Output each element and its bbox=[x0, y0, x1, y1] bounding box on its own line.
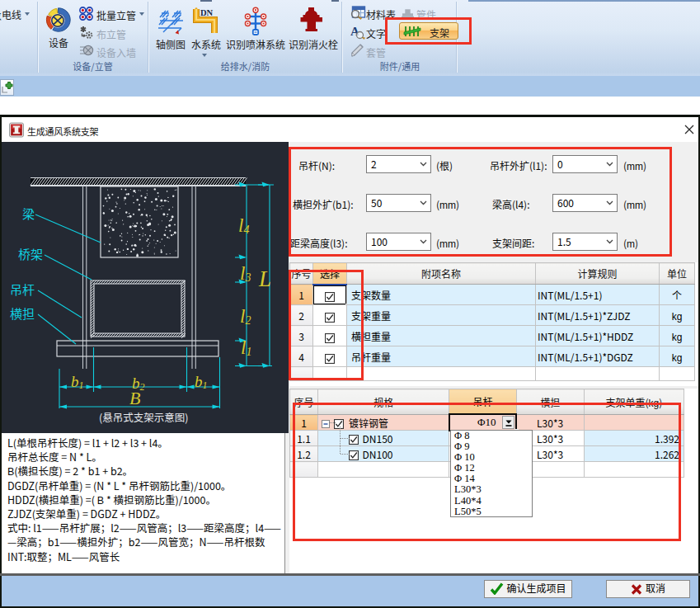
svg-text:l2: l2 bbox=[240, 306, 251, 327]
svg-text:B: B bbox=[129, 388, 140, 408]
svg-text:DN: DN bbox=[200, 8, 214, 17]
svg-text:横担: 横担 bbox=[10, 304, 35, 322]
svg-text:b1: b1 bbox=[195, 373, 208, 391]
svg-text:桥架: 桥架 bbox=[18, 245, 43, 262]
svg-text:b1: b1 bbox=[71, 373, 84, 391]
svg-text:(悬吊式支架示意图): (悬吊式支架示意图) bbox=[99, 409, 188, 425]
svg-text:L: L bbox=[258, 266, 271, 291]
svg-text:l3: l3 bbox=[240, 263, 251, 284]
svg-text:l4: l4 bbox=[238, 215, 249, 236]
svg-text:梁: 梁 bbox=[22, 205, 35, 222]
svg-text:吊杆: 吊杆 bbox=[10, 280, 35, 298]
